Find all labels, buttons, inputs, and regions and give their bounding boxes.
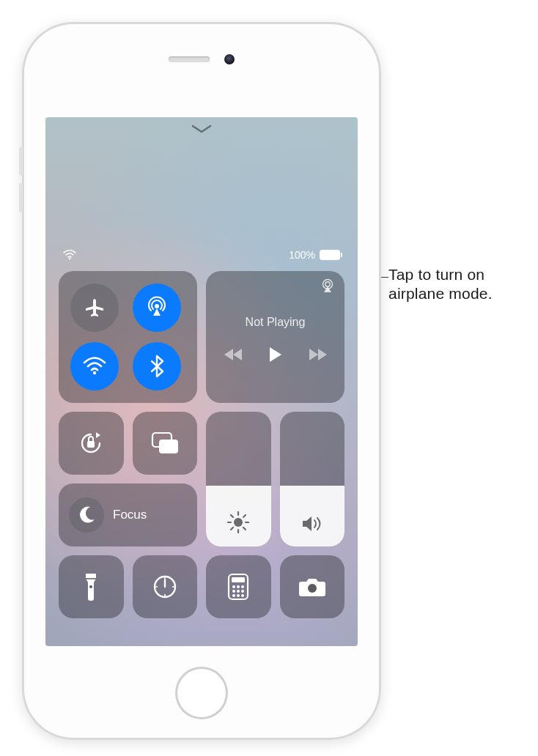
airplay-icon[interactable]: [320, 278, 336, 293]
home-button-hw: [175, 667, 228, 719]
svg-point-1: [155, 304, 159, 308]
bluetooth-icon: [150, 355, 164, 378]
flashlight-icon: [83, 572, 99, 601]
wifi-icon: [83, 357, 106, 376]
orientation-lock-icon: [76, 429, 106, 458]
battery-icon: [320, 250, 340, 260]
svg-point-36: [308, 584, 317, 593]
battery-percent: 100%: [289, 249, 315, 261]
connectivity-module[interactable]: [59, 271, 197, 403]
volume-up-hw: [19, 147, 23, 176]
screen: 100%: [45, 117, 358, 646]
airdrop-icon: [144, 295, 169, 320]
volume-down-hw: [19, 183, 23, 212]
screen-mirroring-button[interactable]: [133, 412, 198, 475]
bluetooth-toggle[interactable]: [133, 342, 181, 390]
svg-point-8: [234, 518, 243, 527]
svg-line-15: [231, 527, 233, 530]
dismiss-chevron-icon[interactable]: [191, 123, 212, 135]
svg-point-33: [232, 594, 235, 597]
svg-point-29: [241, 585, 244, 588]
focus-button[interactable]: Focus: [59, 483, 197, 546]
calculator-icon: [227, 573, 249, 601]
calculator-button[interactable]: [206, 555, 271, 618]
airdrop-toggle[interactable]: [133, 284, 181, 332]
device-frame: 100%: [22, 22, 381, 740]
svg-point-34: [237, 594, 240, 597]
svg-rect-26: [232, 577, 245, 582]
svg-line-13: [231, 515, 233, 517]
callout-text: Tap to turn on airplane mode.: [388, 265, 528, 304]
svg-point-27: [232, 585, 235, 588]
svg-point-17: [89, 585, 92, 588]
volume-icon: [301, 514, 324, 533]
camera-icon: [298, 576, 327, 598]
prev-track-button[interactable]: [224, 348, 243, 361]
status-bar: 100%: [45, 249, 358, 261]
front-camera: [224, 54, 235, 64]
camera-button[interactable]: [280, 555, 345, 618]
focus-label: Focus: [113, 508, 147, 522]
svg-point-30: [232, 590, 235, 593]
svg-point-35: [241, 594, 244, 597]
device-sensors: [169, 54, 235, 64]
speaker-grille: [169, 56, 210, 62]
svg-point-31: [237, 590, 240, 593]
screen-mirror-icon: [150, 431, 180, 456]
brightness-slider[interactable]: [206, 412, 271, 546]
airplane-mode-toggle[interactable]: [70, 284, 119, 332]
svg-point-0: [69, 258, 71, 260]
media-module[interactable]: Not Playing: [206, 271, 344, 403]
airplane-icon: [83, 296, 106, 319]
volume-slider[interactable]: [280, 412, 345, 546]
svg-line-16: [243, 515, 246, 517]
svg-point-28: [237, 585, 240, 588]
next-track-button[interactable]: [308, 348, 327, 361]
svg-rect-7: [159, 440, 178, 453]
orientation-lock-button[interactable]: [59, 412, 124, 475]
svg-rect-5: [87, 441, 95, 448]
media-title: Not Playing: [246, 316, 306, 329]
flashlight-button[interactable]: [59, 555, 124, 618]
svg-line-14: [243, 527, 246, 530]
wifi-toggle[interactable]: [70, 342, 119, 390]
wifi-status-icon: [63, 250, 76, 260]
timer-button[interactable]: [133, 555, 198, 618]
svg-point-4: [325, 282, 330, 286]
moon-icon: [69, 497, 104, 533]
play-button[interactable]: [268, 346, 283, 363]
brightness-icon: [227, 511, 249, 533]
svg-point-2: [93, 371, 96, 374]
svg-point-32: [241, 590, 244, 593]
timer-icon: [152, 574, 178, 600]
control-center: Not Playing Focus: [59, 271, 344, 618]
